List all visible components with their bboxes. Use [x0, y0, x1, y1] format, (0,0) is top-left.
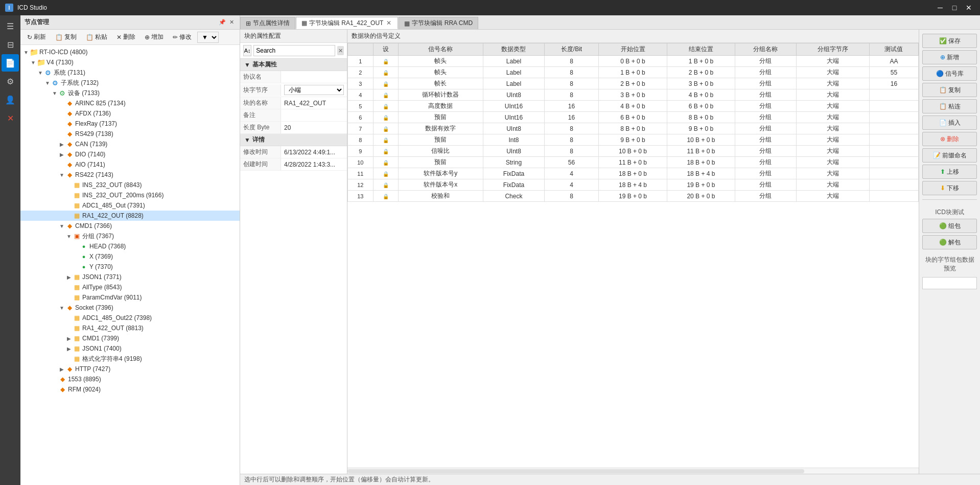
tree-toggle[interactable]: ▼ [58, 171, 65, 178]
tree-item[interactable]: ▶▦CMD1 (7399) [20, 333, 240, 343]
tree-item[interactable]: ▶◆HTTP (7427) [20, 364, 240, 374]
tree-item[interactable]: ▼▣分组 (7367) [20, 231, 240, 241]
paste-node-button[interactable]: 📋 粘贴 [82, 31, 111, 43]
tree-item[interactable]: ▶◆CAN (7139) [20, 139, 240, 149]
tree-toggle[interactable]: ▼ [58, 304, 65, 311]
tab-node-props[interactable]: ⊞ 节点属性详情 [240, 17, 295, 29]
panel-close-button[interactable]: ✕ [227, 18, 236, 27]
tree-item[interactable]: ▦ParamCmdVar (9011) [20, 292, 240, 303]
table-row[interactable]: 6 🔒 预留 UInt16 16 6 B + 0 b 8 B + 0 b 分组 … [348, 112, 919, 123]
tree-toggle[interactable]: ▶ [58, 151, 65, 158]
delete-action-button[interactable]: ⊗ 删除 [922, 132, 977, 146]
tab-rra-cmd[interactable]: ▦ 字节块编辑 RRA CMD [399, 17, 478, 29]
hamburger-button[interactable]: ☰ [2, 17, 19, 35]
table-row[interactable]: 7 🔒 数据有效字 UInt8 8 8 B + 0 b 9 B + 0 b 分组… [348, 123, 919, 134]
preview-input[interactable] [922, 277, 977, 289]
tree-toggle[interactable]: ▼ [22, 49, 30, 56]
maximize-button[interactable]: □ [948, 3, 961, 13]
table-row[interactable]: 12 🔒 软件版本号x FixData 4 18 B + 4 b 19 B + … [348, 179, 919, 191]
tree-item[interactable]: ●X (7369) [20, 251, 240, 262]
tree-toggle[interactable]: ▶ [58, 365, 65, 373]
data-table-container[interactable]: 设 信号名称 数据类型 长度/Bit 开始位置 结束位置 分组名称 分组字节序 … [347, 43, 919, 468]
table-row[interactable]: 10 🔒 预留 String 56 11 B + 0 b 18 B + 0 b … [348, 157, 919, 168]
user-button[interactable]: 👤 [2, 91, 19, 108]
tree-item[interactable]: ◆ARINC 825 (7134) [20, 98, 240, 108]
tree-item[interactable]: ▦格式化字符串4 (9198) [20, 354, 240, 364]
tree-item[interactable]: ●HEAD (7368) [20, 241, 240, 251]
tree-item[interactable]: ▶▦JSON1 (7400) [20, 343, 240, 354]
tree-toggle[interactable]: ▼ [44, 79, 51, 86]
tree-item[interactable]: ▦RA1_422_OUT (8828) [20, 211, 240, 221]
tree-item[interactable]: ▦RA1_422_OUT (8813) [20, 323, 240, 333]
table-row[interactable]: 4 🔒 循环帧计数器 UInt8 8 3 B + 0 b 4 B + 0 b 分… [348, 89, 919, 101]
tree-item[interactable]: ▼⚙设备 (7133) [20, 88, 240, 98]
tree-item[interactable]: ●Y (7370) [20, 262, 240, 272]
add-action-button[interactable]: ⊕ 新增 [922, 50, 977, 64]
modify-node-button[interactable]: ✏ 修改 [169, 31, 195, 43]
tree-item[interactable]: ◆RS429 (7138) [20, 129, 240, 139]
add-node-button[interactable]: ⊕ 增加 [141, 31, 167, 43]
tree-item[interactable]: ▦AllType (8543) [20, 282, 240, 292]
tree-toggle[interactable]: ▼ [65, 233, 73, 240]
tab-ra1-out[interactable]: ▦ 字节块编辑 RA1_422_OUT ✕ [296, 17, 398, 29]
tree-item[interactable]: ▦ADC1_485_Out22 (7398) [20, 313, 240, 323]
panel-pin-button[interactable]: 📌 [218, 18, 226, 27]
tree-item[interactable]: ◆AIO (7141) [20, 159, 240, 170]
table-row[interactable]: 1 🔒 帧头 Label 8 0 B + 0 b 1 B + 0 b 分组 大端… [348, 56, 919, 67]
tree-toggle[interactable]: ▼ [30, 59, 37, 66]
close-button[interactable]: ✕ [963, 3, 975, 13]
tree-item[interactable]: ▼◆RS422 (7143) [20, 170, 240, 180]
tree-toggle[interactable]: ▶ [65, 345, 73, 352]
tree-item[interactable]: ◆RFM (9024) [20, 384, 240, 395]
tree-item[interactable]: ▼◆CMD1 (7366) [20, 221, 240, 231]
tree-item[interactable]: ▼📁RT-IO-ICD (4800) [20, 47, 240, 57]
settings-button[interactable]: ⚙ [2, 73, 19, 90]
tree-item[interactable]: ▼📁V4 (7130) [20, 57, 240, 67]
nodes-button[interactable]: ⊟ [2, 36, 19, 53]
tree-item[interactable]: ▼⚙子系统 (7132) [20, 78, 240, 88]
tree-toggle[interactable]: ▶ [65, 335, 73, 342]
tree-item[interactable]: ◆FlexRay (7137) [20, 119, 240, 129]
minimize-button[interactable]: ─ [934, 3, 946, 13]
table-row[interactable]: 8 🔒 预留 Int8 8 9 B + 0 b 10 B + 0 b 分组 大端 [348, 134, 919, 146]
save-action-button[interactable]: ✅ 保存 [922, 34, 977, 48]
tree-item[interactable]: ▼◆Socket (7396) [20, 303, 240, 313]
close-sidebar-button[interactable]: ✕ [2, 109, 19, 127]
search-clear-button[interactable]: ✕ [337, 46, 344, 55]
tree-toggle[interactable]: ▼ [58, 222, 65, 229]
unpack-button[interactable]: 🟢 解包 [922, 235, 977, 249]
copy-node-button[interactable]: 📋 复制 [52, 31, 80, 43]
refresh-button[interactable]: ↻ 刷新 [24, 31, 50, 43]
table-row[interactable]: 3 🔒 帧长 Label 8 2 B + 0 b 3 B + 0 b 分组 大端… [348, 78, 919, 89]
library-action-button[interactable]: 🔵 信号库 [922, 66, 977, 81]
sort-button[interactable]: A↕ [243, 45, 251, 56]
tree-item[interactable]: ▦INS_232_OUT (8843) [20, 180, 240, 190]
edit-button[interactable]: 📄 [2, 54, 19, 72]
delete-node-button[interactable]: ✕ 删除 [113, 31, 139, 43]
tree-item[interactable]: ▶◆DIO (7140) [20, 149, 240, 159]
rename-action-button[interactable]: 📝 前缀命名 [922, 148, 977, 163]
insert-action-button[interactable]: 📄 插入 [922, 116, 977, 130]
search-input[interactable] [253, 45, 335, 56]
paste-action-button[interactable]: 📋 粘连 [922, 99, 977, 113]
up-action-button[interactable]: ⬆ 上移 [922, 165, 977, 179]
tree-toggle[interactable]: ▶ [58, 141, 65, 148]
byteorder-select[interactable]: 小端 大端 [284, 85, 344, 95]
tree-item[interactable]: ▦ADC1_485_Out (7391) [20, 200, 240, 211]
table-row[interactable]: 11 🔒 软件版本号y FixData 4 18 B + 0 b 18 B + … [348, 168, 919, 179]
tab-ra1-close-button[interactable]: ✕ [385, 19, 392, 27]
tree-item[interactable]: ◆1553 (8895) [20, 374, 240, 384]
pack-button[interactable]: 🟢 组包 [922, 219, 977, 233]
tree-item[interactable]: ▼⚙系统 (7131) [20, 67, 240, 78]
tree-toggle[interactable]: ▼ [37, 69, 44, 76]
tree-item[interactable]: ◆AFDX (7136) [20, 108, 240, 119]
table-row[interactable]: 5 🔒 高度数据 UInt16 16 4 B + 0 b 6 B + 0 b 分… [348, 101, 919, 112]
table-row[interactable]: 9 🔒 信噪比 UInt8 8 10 B + 0 b 11 B + 0 b 分组… [348, 146, 919, 157]
down-action-button[interactable]: ⬇ 下移 [922, 181, 977, 195]
config-value-byteorder[interactable]: 小端 大端 [281, 83, 347, 97]
table-row[interactable]: 2 🔒 帧头 Label 8 1 B + 0 b 2 B + 0 b 分组 大端… [348, 67, 919, 78]
tree-toggle[interactable]: ▼ [51, 89, 58, 97]
tree-item[interactable]: ▦INS_232_OUT_200ms (9166) [20, 190, 240, 200]
tree-toggle[interactable]: ▶ [65, 273, 73, 281]
table-row[interactable]: 13 🔒 校验和 Check 8 19 B + 0 b 20 B + 0 b 分… [348, 191, 919, 202]
